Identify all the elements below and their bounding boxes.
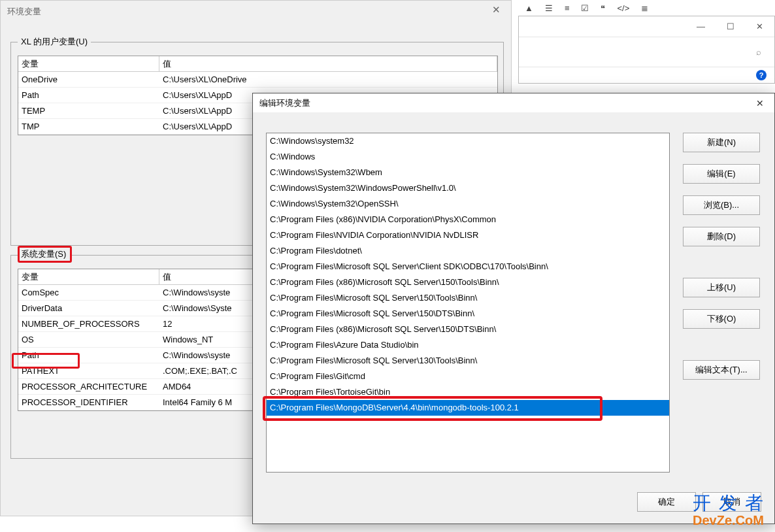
- close-icon[interactable]: ✕: [745, 22, 774, 31]
- watermark-line1: 开发者: [693, 491, 771, 516]
- var-name: ComSpec: [18, 285, 159, 300]
- move-up-button[interactable]: 上移(U): [683, 278, 760, 297]
- var-name: NUMBER_OF_PROCESSORS: [18, 316, 159, 331]
- var-name: Path: [18, 348, 159, 363]
- editor-toolbar: ▲ ☰ ≡ ☑ ❝ </> ≣: [518, 0, 775, 17]
- help-icon[interactable]: ?: [756, 70, 767, 80]
- col-variable: 变量: [18, 56, 159, 71]
- user-vars-label: XL 的用户变量(U): [18, 36, 91, 48]
- list-item[interactable]: C:\Program Files\TortoiseGit\bin: [267, 384, 669, 400]
- close-icon[interactable]: ✕: [482, 1, 511, 19]
- quote-icon: ❝: [601, 3, 605, 13]
- table-header: 变量 值: [18, 56, 497, 72]
- checkbox-icon: ☑: [581, 3, 589, 13]
- side-buttons: 新建(N) 编辑(E) 浏览(B)... 删除(D) 上移(U) 下移(O) 编…: [683, 133, 761, 391]
- list-item[interactable]: C:\Program Files (x86)\Microsoft SQL Ser…: [267, 274, 669, 290]
- list-item[interactable]: C:\Program Files (x86)\Microsoft SQL Ser…: [267, 322, 669, 337]
- list-item[interactable]: C:\Program Files\Microsoft SQL Server\15…: [267, 290, 669, 306]
- bg-small-window: — ☐ ✕ ⌕ ?: [518, 16, 775, 84]
- edit-button[interactable]: 编辑(E): [683, 164, 760, 184]
- var-name: PROCESSOR_ARCHITECTURE: [18, 379, 159, 394]
- maximize-icon[interactable]: ☐: [716, 22, 745, 31]
- var-name: TEMP: [18, 103, 159, 118]
- minimize-icon[interactable]: —: [686, 22, 716, 31]
- code-icon: </>: [617, 3, 629, 13]
- highlight-icon: ▲: [525, 3, 533, 13]
- list-item[interactable]: C:\Program Files\Microsoft SQL Server\Cl…: [267, 259, 669, 274]
- list-item[interactable]: C:\Program Files\dotnet\: [267, 243, 669, 259]
- ok-button[interactable]: 确定: [637, 492, 696, 512]
- var-name: DriverData: [18, 301, 159, 316]
- var-name: OneDrive: [18, 72, 159, 87]
- browse-button[interactable]: 浏览(B)...: [683, 195, 760, 215]
- watermark-line2: DevZe.CoM: [693, 513, 771, 528]
- col-variable: 变量: [18, 269, 159, 284]
- var-name: Path: [18, 88, 159, 103]
- list-item[interactable]: C:\Windows\System32\Wbem: [267, 165, 669, 180]
- watermark: 开发者 DevZe.CoM: [693, 491, 771, 528]
- align-icon: ≣: [641, 3, 648, 13]
- system-vars-label: 系统变量(S): [18, 246, 72, 263]
- list-item[interactable]: C:\Program Files\Azure Data Studio\bin: [267, 337, 669, 353]
- table-row[interactable]: OneDriveC:\Users\XL\OneDrive: [18, 72, 497, 88]
- list-ul-icon: ☰: [545, 3, 553, 13]
- background-editor-strip: ▲ ☰ ≡ ☑ ❝ </> ≣ — ☐ ✕ ⌕ ?: [518, 0, 775, 91]
- search-icon[interactable]: ⌕: [756, 47, 761, 57]
- edit-env-var-dialog: 编辑环境变量 ✕ C:\Windows\system32C:\WindowsC:…: [252, 93, 775, 524]
- list-item[interactable]: C:\Windows\system32: [267, 133, 669, 149]
- var-name: TMP: [18, 119, 159, 134]
- var-name: OS: [18, 332, 159, 347]
- new-button[interactable]: 新建(N): [683, 133, 760, 152]
- list-item[interactable]: C:\Program Files\Microsoft SQL Server\15…: [267, 306, 669, 322]
- path-entries-list[interactable]: C:\Windows\system32C:\WindowsC:\Windows\…: [266, 133, 670, 473]
- list-item[interactable]: C:\Windows\System32\OpenSSH\: [267, 196, 669, 212]
- var-name: PROCESSOR_IDENTIFIER: [18, 395, 159, 410]
- dialog-title: 编辑环境变量: [259, 97, 310, 109]
- list-item[interactable]: C:\Program Files\MongoDB\Server\4.4\bin\…: [267, 400, 669, 416]
- dialog-title: 环境变量: [7, 6, 41, 18]
- edit-text-button[interactable]: 编辑文本(T)...: [683, 360, 760, 380]
- close-icon[interactable]: ✕: [745, 93, 774, 112]
- col-value: 值: [159, 56, 497, 71]
- list-item[interactable]: C:\Windows: [267, 149, 669, 165]
- list-item[interactable]: C:\Program Files\Git\cmd: [267, 369, 669, 384]
- list-item[interactable]: C:\Windows\System32\WindowsPowerShell\v1…: [267, 180, 669, 196]
- list-item[interactable]: C:\Program Files\NVIDIA Corporation\NVID…: [267, 227, 669, 243]
- list-item[interactable]: C:\Program Files\Microsoft SQL Server\13…: [267, 353, 669, 369]
- list-item[interactable]: C:\Program Files (x86)\NVIDIA Corporatio…: [267, 212, 669, 227]
- var-value: C:\Users\XL\OneDrive: [159, 72, 497, 87]
- list-ol-icon: ≡: [565, 3, 570, 13]
- var-name: PATHEXT: [18, 363, 159, 378]
- move-down-button[interactable]: 下移(O): [683, 309, 760, 329]
- dialog-titlebar: 编辑环境变量 ✕: [253, 93, 774, 113]
- delete-button[interactable]: 删除(D): [683, 227, 760, 246]
